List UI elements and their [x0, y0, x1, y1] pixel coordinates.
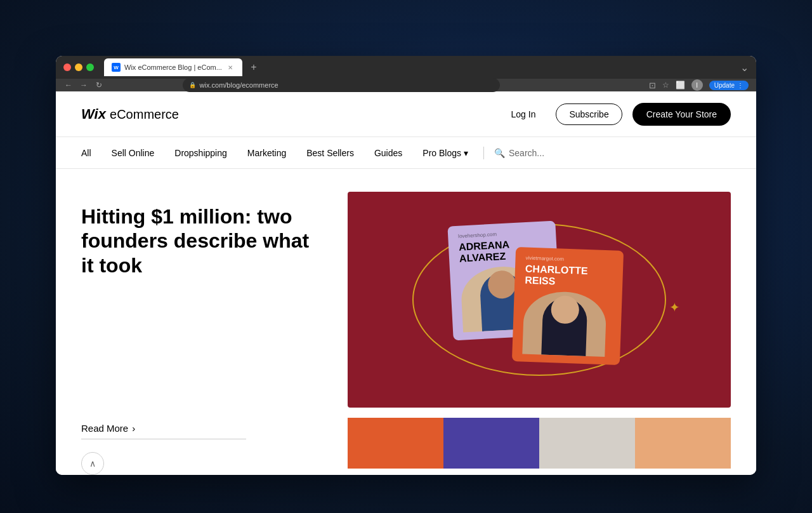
logo-ecommerce: eCommerce — [110, 107, 179, 121]
read-more-arrow-icon: › — [132, 423, 135, 434]
lock-icon: 🔒 — [189, 82, 196, 88]
card-name-2: CHARLOTTE REISS — [525, 263, 613, 289]
navigation-buttons: ← → ↻ — [63, 80, 104, 90]
site-nav: All Sell Online Dropshipping Marketing B… — [56, 137, 756, 169]
article-title: Hitting $1 million: two founders describ… — [81, 204, 322, 277]
nav-item-marketing[interactable]: Marketing — [237, 137, 296, 169]
scroll-up-button[interactable]: ∧ — [81, 452, 104, 475]
bottom-card-1 — [348, 418, 443, 469]
browser-toolbar-icons: ⊡ ☆ ⬜ I Update ⋮ — [649, 79, 749, 91]
read-more-link[interactable]: Read More › — [81, 423, 246, 439]
address-bar[interactable]: 🔒 wix.com/blog/ecommerce — [183, 78, 500, 92]
search-placeholder: Search... — [509, 148, 544, 158]
browser-chrome: W Wix eCommerce Blog | eCom... ✕ + ⌄ ← →… — [56, 56, 756, 91]
maximize-window-button[interactable] — [86, 63, 94, 71]
create-store-button[interactable]: Create Your Store — [632, 103, 731, 126]
extensions-icon[interactable]: ⬜ — [676, 81, 685, 90]
tab-title: Wix eCommerce Blog | eCom... — [124, 63, 222, 71]
update-label: Update — [714, 82, 735, 89]
nav-search[interactable]: 🔍 Search... — [489, 148, 549, 158]
article-left-column: Hitting $1 million: two founders describ… — [81, 192, 322, 475]
hero-image: ✦ lovehershop.com ADREANA ALVAREZ — [348, 192, 731, 408]
bottom-cards-row — [348, 418, 731, 469]
header-actions: Log In Subscribe Create Your Store — [501, 103, 731, 126]
star-decoration: ✦ — [669, 300, 680, 315]
nav-item-sell-online[interactable]: Sell Online — [102, 137, 165, 169]
update-menu-icon: ⋮ — [737, 82, 743, 89]
reload-button[interactable]: ↻ — [94, 80, 104, 90]
tab-favicon: W — [112, 63, 121, 72]
tab-area: W Wix eCommerce Blog | eCom... ✕ + — [104, 58, 735, 76]
website-content: Wix eCommerce Log In Subscribe Create Yo… — [56, 91, 756, 475]
search-icon: 🔍 — [494, 148, 505, 158]
article-right-column: ✦ lovehershop.com ADREANA ALVAREZ — [348, 192, 731, 475]
site-header: Wix eCommerce Log In Subscribe Create Yo… — [56, 91, 756, 137]
subscribe-button[interactable]: Subscribe — [556, 103, 622, 125]
nav-item-all[interactable]: All — [81, 137, 102, 169]
pro-blogs-chevron-icon: ▾ — [464, 148, 468, 158]
cast-icon[interactable]: ⊡ — [649, 81, 656, 90]
traffic-lights — [63, 63, 94, 71]
card-charlotte: vivietmargot.com CHARLOTTE REISS — [512, 247, 624, 365]
nav-item-guides[interactable]: Guides — [364, 137, 412, 169]
chevron-up-icon: ∧ — [89, 458, 96, 469]
card-photo-2 — [522, 291, 606, 357]
active-tab[interactable]: W Wix eCommerce Blog | eCom... ✕ — [104, 58, 242, 76]
close-window-button[interactable] — [63, 63, 71, 71]
profile-avatar[interactable]: I — [691, 79, 703, 91]
login-button[interactable]: Log In — [501, 104, 546, 124]
back-button[interactable]: ← — [63, 80, 74, 90]
nav-item-dropshipping[interactable]: Dropshipping — [164, 137, 237, 169]
bottom-card-2 — [443, 418, 539, 469]
read-more-label: Read More — [81, 423, 128, 434]
new-tab-button[interactable]: + — [245, 58, 263, 76]
read-more-area: Read More › ∧ — [81, 423, 322, 475]
logo-wix: Wix — [81, 106, 106, 122]
minimize-window-button[interactable] — [75, 63, 82, 71]
nav-item-best-sellers[interactable]: Best Sellers — [296, 137, 364, 169]
bottom-card-4 — [635, 418, 731, 469]
nav-item-pro-blogs[interactable]: Pro Blogs ▾ — [412, 137, 478, 169]
browser-titlebar: W Wix eCommerce Blog | eCom... ✕ + ⌄ — [56, 56, 756, 79]
forward-button[interactable]: → — [79, 80, 89, 90]
hero-cards: lovehershop.com ADREANA ALVAREZ vivi — [431, 211, 647, 389]
site-logo: Wix eCommerce — [81, 106, 179, 123]
url-text: wix.com/blog/ecommerce — [200, 81, 278, 89]
bottom-card-3 — [539, 418, 635, 469]
card-site-label-2: vivietmargot.com — [525, 255, 613, 264]
browser-window: W Wix eCommerce Blog | eCom... ✕ + ⌄ ← →… — [56, 56, 756, 475]
site-main: Hitting $1 million: two founders describ… — [56, 169, 756, 475]
update-button[interactable]: Update ⋮ — [709, 81, 749, 90]
bookmark-icon[interactable]: ☆ — [662, 81, 669, 90]
tab-close-button[interactable]: ✕ — [226, 63, 235, 72]
browser-right-controls: ⌄ — [740, 62, 749, 74]
nav-divider — [483, 147, 484, 159]
browser-addressbar: ← → ↻ 🔒 wix.com/blog/ecommerce ⊡ ☆ ⬜ I U… — [56, 79, 756, 91]
